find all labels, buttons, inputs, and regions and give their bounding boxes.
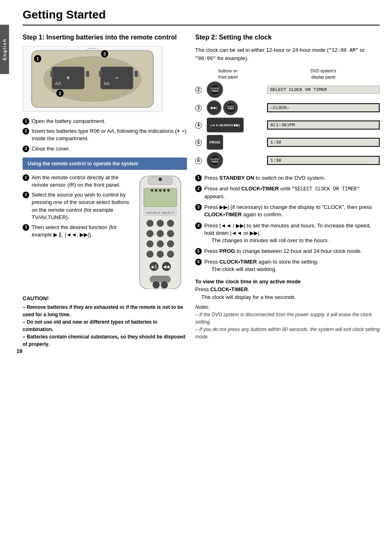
display-4: 0(1:38)PM xyxy=(267,120,380,130)
svg-text:3: 3 xyxy=(104,51,106,56)
svg-point-31 xyxy=(147,230,153,237)
diagram-button-6: 6 CLOCKTIMER xyxy=(195,152,261,169)
view-clock-text: Press CLOCK•TIMER. xyxy=(195,286,380,292)
inst-num-6: 6 xyxy=(195,259,202,265)
svg-point-45 xyxy=(159,178,162,181)
diagram-header: buttons onfront panel DVD system'sdispla… xyxy=(195,67,380,80)
left-column: Step 1: Inserting batteries into the rem… xyxy=(23,34,187,348)
svg-point-21 xyxy=(151,189,153,192)
remote-step-num-3: 3 xyxy=(23,224,29,231)
clock-step-1: 1 Press STANDBY ON to switch on the DVD … xyxy=(195,174,380,182)
step2-heading: Step 2: Setting the clock xyxy=(195,34,380,41)
clock-step-4: 4 Press |◄◄ / ▶▶| to set the minutes and… xyxy=(195,222,380,245)
step2-intro: The clock can be set in either 12-hour o… xyxy=(195,46,380,63)
page-title: Getting Started xyxy=(23,8,380,25)
svg-point-38 xyxy=(157,251,164,257)
svg-point-23 xyxy=(159,189,161,192)
remote-step-num-2: 2 xyxy=(23,192,29,198)
svg-text:2: 2 xyxy=(59,91,61,96)
svg-point-44 xyxy=(161,282,168,288)
clock-btn-2: CLOCKTIMER xyxy=(207,81,223,98)
svg-point-29 xyxy=(157,220,164,227)
svg-text:AA: AA xyxy=(104,81,110,86)
remote-image: SOURCE SELECT xyxy=(134,174,187,289)
remote-control-box: Using the remote control to operate the … xyxy=(23,158,187,170)
caution-text: – Remove batteries if they are exhausted… xyxy=(23,303,187,348)
inst-num-4: 4 xyxy=(195,222,202,229)
notes-section: Notes: – If the DVD system is disconnect… xyxy=(195,304,380,341)
caution-section: CAUTION! – Remove batteries if they are … xyxy=(23,295,187,348)
display-6: 1:38 xyxy=(267,156,380,165)
inst-num-1: 1 xyxy=(195,175,202,181)
display-2: SELECT CLOCK OR TIMER xyxy=(267,86,380,94)
svg-text:1: 1 xyxy=(37,56,39,61)
battery-steps-list: 1 Open the battery compartment. 2 Insert… xyxy=(23,118,187,153)
diagram-row-2: 2 CLOCKTIMER SELECT CLOCK OR TIMER xyxy=(195,81,380,98)
inst-num-2: 2 xyxy=(195,185,202,192)
remote-section: SOURCE SELECT xyxy=(23,174,187,289)
diagram-row-3: 3 ▶▶| CLOCKTIMER —CLOCK— xyxy=(195,100,380,115)
diagram-button-5: 5 PROG xyxy=(195,135,261,150)
display-3: —CLOCK— xyxy=(267,103,380,112)
svg-rect-42 xyxy=(150,276,171,283)
step-num-1: 1 xyxy=(23,118,29,125)
diagram-button-4: 4 |◄◄ SEARCH ▶▶| xyxy=(195,118,261,132)
svg-point-34 xyxy=(147,241,153,247)
battery-image: + AA − AA 1 2 3 xyxy=(23,46,162,112)
svg-point-22 xyxy=(155,189,157,192)
diagram-button-3: 3 ▶▶| CLOCKTIMER xyxy=(195,100,261,115)
remote-step-2: 2 Select the source you wish to control … xyxy=(23,191,129,221)
language-tab: English xyxy=(0,25,9,74)
clock-step-5: 5 Press PROG to change between 12-hour a… xyxy=(195,248,380,255)
notes-title: Notes: xyxy=(195,304,380,310)
remote-step-num-1: 1 xyxy=(23,174,29,181)
page-number: 18 xyxy=(16,348,22,354)
clock-step-3: 3 Press ▶▶| (if necessary) to change the… xyxy=(195,204,380,218)
battery-step-2: 2 Insert two batteries type R06 or AA, f… xyxy=(23,127,187,142)
caution-title: CAUTION! xyxy=(23,295,187,301)
diagram-row-6: 6 CLOCKTIMER 1:38 xyxy=(195,152,380,169)
view-clock-heading: To view the clock time in any active mod… xyxy=(195,278,380,285)
language-label: English xyxy=(2,38,7,60)
right-column: Step 2: Setting the clock The clock can … xyxy=(195,34,380,348)
svg-rect-3 xyxy=(50,71,53,77)
svg-rect-9 xyxy=(135,71,138,77)
svg-point-28 xyxy=(147,220,153,227)
svg-point-43 xyxy=(153,282,159,288)
step-num-3: 3 xyxy=(23,146,29,152)
clock-step-2: 2 Press and hold CLOCK•TIMER until "SELE… xyxy=(195,185,380,200)
inst-num-5: 5 xyxy=(195,248,202,255)
svg-point-25 xyxy=(167,189,170,192)
battery-step-3: 3 Close the cover. xyxy=(23,145,187,153)
svg-point-33 xyxy=(167,230,174,237)
battery-step-1: 1 Open the battery compartment. xyxy=(23,118,187,125)
svg-text:+: + xyxy=(67,74,70,81)
notes-text: – If the DVD system is disconnected from… xyxy=(195,311,380,341)
svg-point-36 xyxy=(167,241,174,247)
svg-text:AA: AA xyxy=(55,81,61,86)
inst-num-3: 3 xyxy=(195,204,202,211)
clock-step-6: 6 Press CLOCK•TIMER again to store the s… xyxy=(195,258,380,273)
step-num-2: 2 xyxy=(23,128,29,134)
display-5: 1:38 xyxy=(267,138,380,147)
diagram-left-label: buttons onfront panel xyxy=(195,67,261,80)
svg-rect-8 xyxy=(99,71,102,77)
svg-point-35 xyxy=(157,241,164,247)
svg-point-30 xyxy=(167,220,174,227)
svg-rect-4 xyxy=(86,71,89,77)
clock-diagram: buttons onfront panel DVD system'sdispla… xyxy=(195,67,380,169)
svg-text:◀◀: ◀◀ xyxy=(163,264,170,269)
diagram-right-label: DVD system'sdisplay panel xyxy=(267,67,380,80)
clock-instructions: 1 Press STANDBY ON to switch on the DVD … xyxy=(195,174,380,273)
view-clock-section: To view the clock time in any active mod… xyxy=(195,278,380,300)
svg-point-39 xyxy=(167,251,174,257)
svg-point-37 xyxy=(147,251,153,257)
svg-point-32 xyxy=(157,230,164,237)
svg-text:−: − xyxy=(115,74,118,81)
diagram-row-4: 4 |◄◄ SEARCH ▶▶| 0(1:38)PM xyxy=(195,118,380,132)
svg-text:SOURCE SELECT: SOURCE SELECT xyxy=(146,211,174,215)
view-clock-subtext: The clock will display for a few seconds… xyxy=(201,294,380,300)
remote-step-3: 3 Then select the desired function (for … xyxy=(23,224,129,239)
diagram-button-2: 2 CLOCKTIMER xyxy=(195,81,261,98)
svg-point-24 xyxy=(163,189,166,192)
